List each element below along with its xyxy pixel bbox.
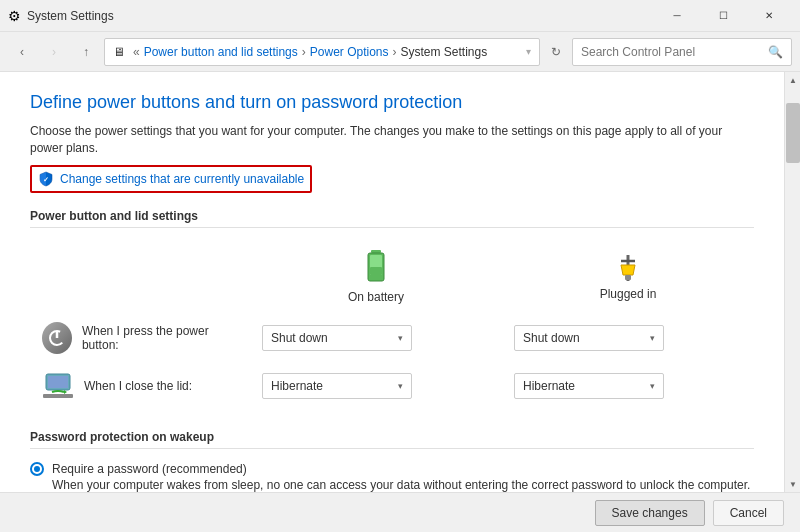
lid-label: When I close the lid: xyxy=(84,379,192,393)
forward-button[interactable]: › xyxy=(40,38,68,66)
svg-text:✓: ✓ xyxy=(43,176,49,183)
pluggedin-column-header: Plugged in xyxy=(502,240,754,314)
lid-pluggedin-value: Hibernate xyxy=(523,379,575,393)
scroll-up-button[interactable]: ▲ xyxy=(785,72,800,88)
search-icon: 🔍 xyxy=(768,45,783,59)
shield-icon: ✓ xyxy=(38,171,54,187)
power-pluggedin-value: Shut down xyxy=(523,331,580,345)
change-settings-link[interactable]: ✓ Change settings that are currently una… xyxy=(30,165,312,193)
back-button[interactable]: ‹ xyxy=(8,38,36,66)
titlebar-icon: ⚙ xyxy=(8,8,21,24)
svg-rect-12 xyxy=(48,376,68,388)
dropdown-arrow-icon-3: ▾ xyxy=(398,381,403,391)
search-box: 🔍 xyxy=(572,38,792,66)
require-password-label: Require a password (recommended) When yo… xyxy=(52,461,754,492)
cancel-button[interactable]: Cancel xyxy=(713,500,784,526)
svg-rect-8 xyxy=(625,275,631,280)
svg-rect-4 xyxy=(370,267,382,275)
power-settings-table: On battery Plugged in xyxy=(30,240,754,410)
power-battery-value: Shut down xyxy=(271,331,328,345)
titlebar-title: System Settings xyxy=(27,9,654,23)
scrollbar[interactable]: ▲ ▼ xyxy=(784,72,800,492)
power-button-label-cell: When I press the power button: xyxy=(42,322,238,354)
addressbar: ‹ › ↑ 🖥 « Power button and lid settings … xyxy=(0,32,800,72)
content-area: Define power buttons and turn on passwor… xyxy=(0,72,784,492)
main-window: Define power buttons and turn on passwor… xyxy=(0,72,800,492)
breadcrumb: 🖥 « Power button and lid settings › Powe… xyxy=(104,38,540,66)
change-settings-label: Change settings that are currently unava… xyxy=(60,172,304,186)
lid-battery-value: Hibernate xyxy=(271,379,323,393)
search-input[interactable] xyxy=(581,45,768,59)
svg-rect-14 xyxy=(43,394,73,398)
plug-icon xyxy=(613,253,643,283)
page-title: Define power buttons and turn on passwor… xyxy=(30,92,754,113)
breadcrumb-root-icon: 🖥 xyxy=(113,45,125,59)
power-button-label: When I press the power button: xyxy=(82,324,238,352)
power-pluggedin-dropdown-cell: Shut down ▾ xyxy=(502,314,754,362)
power-pluggedin-dropdown[interactable]: Shut down ▾ xyxy=(514,325,664,351)
require-password-desc: When your computer wakes from sleep, no … xyxy=(52,478,750,492)
lid-battery-dropdown[interactable]: Hibernate ▾ xyxy=(262,373,412,399)
laptop-icon xyxy=(42,372,74,400)
lid-battery-dropdown-cell: Hibernate ▾ xyxy=(250,362,502,410)
password-section-title: Password protection on wakeup xyxy=(30,430,754,449)
dropdown-arrow-icon-4: ▾ xyxy=(650,381,655,391)
titlebar-controls: ─ ☐ ✕ xyxy=(654,0,792,32)
power-battery-dropdown-cell: Shut down ▾ xyxy=(250,314,502,362)
lid-pluggedin-dropdown-cell: Hibernate ▾ xyxy=(502,362,754,410)
lid-icon xyxy=(42,370,74,402)
dropdown-arrow-icon: ▾ xyxy=(398,333,403,343)
lid-label-cell: When I close the lid: xyxy=(42,370,192,402)
require-password-option: Require a password (recommended) When yo… xyxy=(30,461,754,492)
lid-pluggedin-dropdown[interactable]: Hibernate ▾ xyxy=(514,373,664,399)
power-button-section-title: Power button and lid settings xyxy=(30,209,754,228)
power-symbol-icon xyxy=(48,329,66,347)
refresh-button[interactable]: ↻ xyxy=(544,38,568,66)
require-password-title: Require a password (recommended) xyxy=(52,462,247,476)
pluggedin-label: Plugged in xyxy=(600,287,657,301)
scrollbar-thumb[interactable] xyxy=(786,103,800,163)
password-protection-section: Password protection on wakeup Require a … xyxy=(30,430,754,492)
close-button[interactable]: ✕ xyxy=(746,0,792,32)
bottom-bar: Save changes Cancel xyxy=(0,492,800,532)
maximize-button[interactable]: ☐ xyxy=(700,0,746,32)
battery-icon xyxy=(364,250,388,286)
breadcrumb-power[interactable]: Power Options xyxy=(310,45,389,59)
power-battery-dropdown[interactable]: Shut down ▾ xyxy=(262,325,412,351)
page-description: Choose the power settings that you want … xyxy=(30,123,754,157)
power-icon xyxy=(42,322,72,354)
svg-marker-13 xyxy=(64,390,67,394)
battery-label: On battery xyxy=(348,290,404,304)
up-button[interactable]: ↑ xyxy=(72,38,100,66)
titlebar: ⚙ System Settings ─ ☐ ✕ xyxy=(0,0,800,32)
svg-marker-7 xyxy=(621,265,635,275)
save-changes-button[interactable]: Save changes xyxy=(595,500,705,526)
breadcrumb-current: System Settings xyxy=(401,45,488,59)
breadcrumb-hardware[interactable]: Power button and lid settings xyxy=(144,45,298,59)
minimize-button[interactable]: ─ xyxy=(654,0,700,32)
scroll-down-button[interactable]: ▼ xyxy=(785,476,800,492)
require-password-radio[interactable] xyxy=(30,462,44,476)
lid-row: When I close the lid: Hibernate ▾ Hibern… xyxy=(30,362,754,410)
dropdown-arrow-icon-2: ▾ xyxy=(650,333,655,343)
power-button-row: When I press the power button: Shut down… xyxy=(30,314,754,362)
battery-column-header: On battery xyxy=(250,240,502,314)
